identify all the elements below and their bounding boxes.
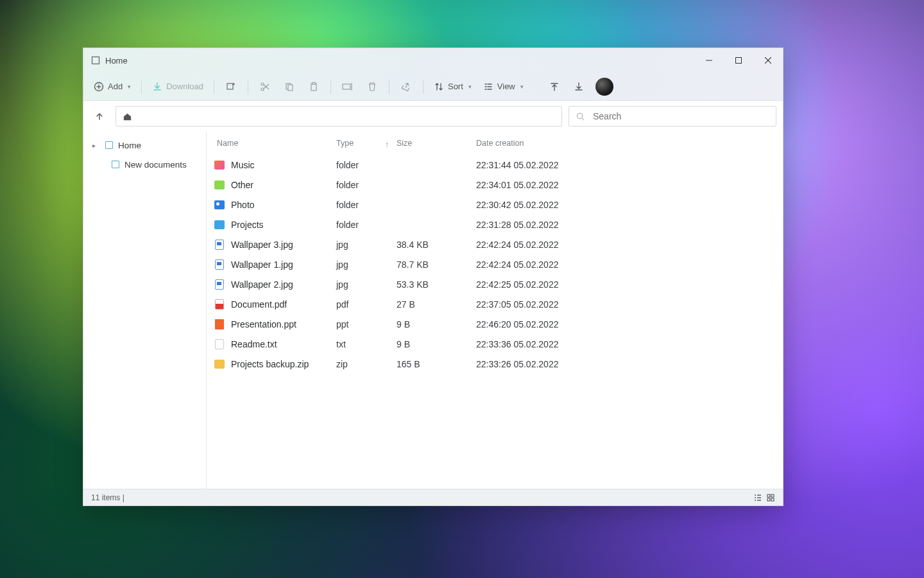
view-list-toggle[interactable] — [753, 493, 762, 502]
col-name[interactable]: Name — [213, 139, 336, 148]
sidebar: ▸ Home New documents — [83, 132, 207, 489]
file-date: 22:37:05 05.02.2022 — [476, 299, 617, 310]
file-row[interactable]: Projectsfolder22:31:28 05.02.2022 — [213, 215, 783, 234]
file-size: 78.7 KB — [397, 259, 476, 270]
col-size[interactable]: Size — [397, 139, 476, 148]
plus-circle-icon — [94, 82, 104, 92]
file-row[interactable]: Projects backup.zipzip165 B22:33:26 05.0… — [213, 354, 783, 374]
view-label: View — [497, 82, 515, 91]
download-icon — [152, 82, 162, 92]
file-row[interactable]: Otherfolder22:34:01 05.02.2022 — [213, 175, 783, 195]
search-input[interactable] — [593, 111, 769, 121]
user-avatar[interactable] — [595, 78, 613, 96]
window-title: Home — [105, 56, 128, 66]
column-headers: Name Type ↑ Size Date creation — [213, 132, 783, 155]
svg-line-11 — [264, 85, 269, 89]
sort-label: Sort — [448, 82, 463, 91]
add-button[interactable]: Add ▾ — [89, 76, 136, 97]
file-date: 22:30:42 05.02.2022 — [476, 200, 617, 210]
sort-icon — [434, 82, 444, 92]
file-date: 22:34:01 05.02.2022 — [476, 180, 617, 190]
file-name: Projects backup.zip — [231, 359, 336, 369]
file-row[interactable]: Document.pdfpdf27 B22:37:05 05.02.2022 — [213, 294, 783, 314]
separator — [214, 80, 214, 94]
col-type-label: Type — [336, 139, 354, 148]
file-type-icon — [213, 360, 226, 369]
trash-icon — [367, 82, 377, 92]
file-size: 38.4 KB — [397, 240, 476, 250]
paste-button[interactable] — [302, 76, 325, 97]
sort-asc-icon: ↑ — [385, 140, 389, 149]
arrow-down-bar-icon — [574, 82, 584, 92]
clipboard-icon — [309, 82, 319, 92]
search-icon — [576, 112, 585, 121]
sort-button[interactable]: Sort ▾ — [429, 76, 477, 97]
file-type: jpg — [336, 259, 397, 270]
file-row[interactable]: Presentation.pptppt9 B22:46:20 05.02.202… — [213, 314, 783, 334]
scissors-icon — [260, 82, 270, 92]
rename-button[interactable] — [336, 76, 359, 97]
folder-root-icon — [105, 141, 113, 149]
go-up-button[interactable] — [90, 107, 109, 126]
share-icon — [401, 82, 411, 92]
svg-rect-21 — [767, 495, 770, 497]
share-button[interactable] — [395, 76, 418, 97]
file-name: Wallpaper 3.jpg — [231, 240, 336, 250]
rename-icon — [342, 82, 354, 91]
file-rows: Musicfolder22:31:44 05.02.2022Otherfolde… — [213, 155, 783, 374]
desktop: Home Add ▾ — [0, 0, 924, 578]
download-label: Download — [166, 82, 203, 91]
file-name: Wallpaper 1.jpg — [231, 259, 336, 270]
file-type-icon — [213, 180, 226, 189]
file-row[interactable]: Readme.txttxt9 B22:33:36 05.02.2022 — [213, 334, 783, 354]
file-row[interactable]: Wallpaper 2.jpgjpg53.3 KB22:42:25 05.02.… — [213, 274, 783, 294]
file-type: txt — [336, 339, 397, 349]
sidebar-item-home[interactable]: ▸ Home — [83, 136, 206, 155]
svg-rect-14 — [288, 85, 293, 91]
svg-line-20 — [582, 118, 584, 119]
svg-rect-2 — [736, 58, 742, 64]
address-bar[interactable] — [116, 106, 562, 127]
col-type[interactable]: Type ↑ — [336, 139, 397, 148]
arrow-up-bar-icon — [549, 82, 560, 92]
delete-button[interactable] — [361, 76, 384, 97]
cut-button[interactable] — [253, 76, 277, 97]
file-name: Projects — [231, 220, 336, 230]
download-arrow-button[interactable] — [567, 76, 590, 97]
view-grid-toggle[interactable] — [766, 493, 775, 502]
copy-button[interactable] — [278, 76, 301, 97]
upload-button[interactable] — [543, 76, 566, 97]
minimize-button[interactable] — [694, 48, 724, 73]
file-type: folder — [336, 160, 397, 170]
file-type: jpg — [336, 240, 397, 250]
download-button[interactable]: Download — [147, 76, 209, 97]
search-box[interactable] — [569, 106, 776, 127]
svg-point-19 — [577, 113, 582, 118]
file-row[interactable]: Wallpaper 1.jpgjpg78.7 KB22:42:24 05.02.… — [213, 254, 783, 274]
separator — [248, 80, 248, 94]
copy-icon — [284, 82, 295, 92]
file-row[interactable]: Photofolder22:30:42 05.02.2022 — [213, 195, 783, 215]
maximize-button[interactable] — [724, 48, 753, 73]
file-date: 22:33:26 05.02.2022 — [476, 359, 617, 369]
sidebar-item-label: Home — [118, 141, 141, 150]
file-type: ppt — [336, 319, 397, 329]
home-icon — [123, 112, 132, 121]
file-date: 22:33:36 05.02.2022 — [476, 339, 617, 349]
separator — [141, 80, 142, 94]
titlebar[interactable]: Home — [83, 48, 783, 73]
new-tab-button[interactable] — [219, 76, 243, 97]
svg-point-9 — [261, 88, 264, 91]
file-type-icon — [213, 299, 226, 310]
svg-rect-0 — [92, 57, 99, 64]
file-row[interactable]: Wallpaper 3.jpgjpg38.4 KB22:42:24 05.02.… — [213, 234, 783, 254]
status-text: 11 items | — [91, 493, 124, 502]
chevron-down-icon: ▾ — [128, 83, 131, 90]
view-button[interactable]: View ▾ — [478, 76, 529, 97]
col-date[interactable]: Date creation — [476, 139, 604, 148]
file-name: Wallpaper 2.jpg — [231, 279, 336, 290]
sidebar-item-new-documents[interactable]: New documents — [83, 155, 206, 174]
svg-rect-23 — [767, 498, 770, 501]
close-button[interactable] — [753, 48, 783, 73]
file-row[interactable]: Musicfolder22:31:44 05.02.2022 — [213, 155, 783, 175]
